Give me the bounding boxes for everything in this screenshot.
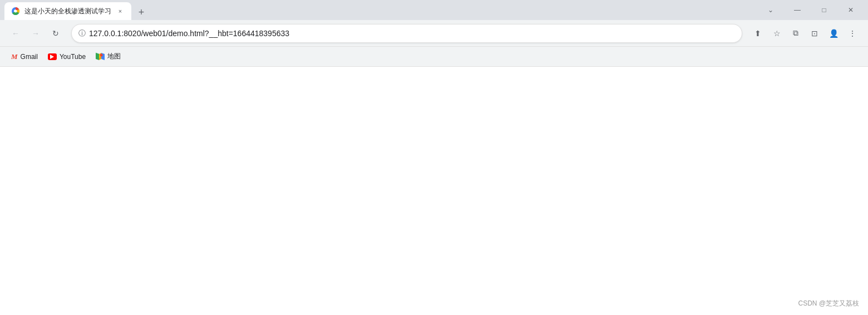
toolbar-right: ⬆ ☆ ⧉ ⊡ 👤 ⋮ xyxy=(749,24,861,42)
minimize-button[interactable]: — xyxy=(785,1,810,19)
bookmark-youtube-label: YouTube xyxy=(60,53,86,61)
bookmark-maps-label: 地图 xyxy=(107,52,121,61)
content-area: CSDN @芝芝又荔枝 xyxy=(0,67,868,315)
tab-area: 这是小天的全栈渗透测试学习 × + xyxy=(4,0,758,20)
svg-point-7 xyxy=(100,53,103,56)
bookmark-gmail-label: Gmail xyxy=(21,53,38,61)
bookmarks-bar: M Gmail YouTube 地图 xyxy=(0,47,868,67)
chevron-down-button[interactable]: ⌄ xyxy=(758,1,783,19)
youtube-play-triangle xyxy=(50,55,54,59)
youtube-icon xyxy=(48,53,57,60)
tab-title: 这是小天的全栈渗透测试学习 xyxy=(24,7,111,16)
share-button[interactable]: ⬆ xyxy=(749,24,767,42)
reload-button[interactable]: ↻ xyxy=(47,24,65,42)
toolbar: ← → ↻ ⓘ 127.0.0.1:8020/web01/demo.html?_… xyxy=(0,20,868,47)
back-button[interactable]: ← xyxy=(7,24,24,42)
svg-point-2 xyxy=(14,10,17,13)
gmail-icon: M xyxy=(11,52,18,61)
bookmark-button[interactable]: ☆ xyxy=(768,24,786,42)
new-tab-button[interactable]: + xyxy=(134,4,149,20)
close-button[interactable]: ✕ xyxy=(838,1,864,19)
bookmark-youtube[interactable]: YouTube xyxy=(43,51,90,63)
tab-search-button[interactable]: ⊡ xyxy=(806,24,823,42)
forward-button[interactable]: → xyxy=(27,24,45,42)
extensions-button[interactable]: ⧉ xyxy=(787,24,805,42)
address-text: 127.0.0.1:8020/web01/demo.html?__hbt=166… xyxy=(89,29,735,38)
tab-favicon xyxy=(11,7,20,16)
titlebar: 这是小天的全栈渗透测试学习 × + ⌄ — □ ✕ xyxy=(0,0,868,20)
menu-button[interactable]: ⋮ xyxy=(844,24,861,42)
window-controls: ⌄ — □ ✕ xyxy=(758,1,864,19)
security-icon: ⓘ xyxy=(78,28,86,38)
profile-button[interactable]: 👤 xyxy=(825,24,842,42)
active-tab[interactable]: 这是小天的全栈渗透测试学习 × xyxy=(4,2,131,20)
bookmark-maps[interactable]: 地图 xyxy=(91,50,125,63)
address-bar[interactable]: ⓘ 127.0.0.1:8020/web01/demo.html?__hbt=1… xyxy=(71,24,742,43)
restore-button[interactable]: □ xyxy=(811,1,837,19)
bookmark-gmail[interactable]: M Gmail xyxy=(7,50,42,63)
watermark: CSDN @芝芝又荔枝 xyxy=(798,299,859,308)
tab-close-button[interactable]: × xyxy=(116,7,125,16)
maps-icon xyxy=(96,52,105,61)
